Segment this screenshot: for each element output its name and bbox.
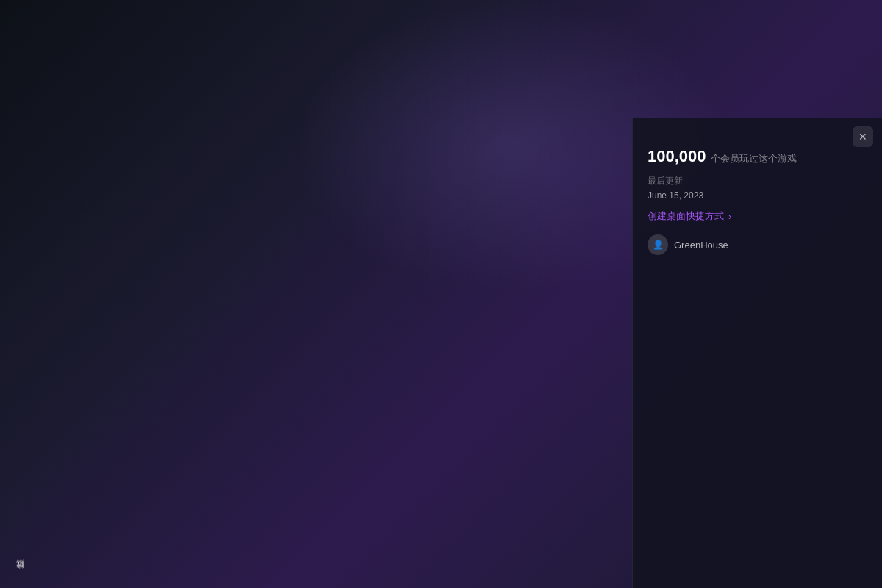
- last-update-label: 最后更新: [648, 175, 867, 187]
- author-icon: 👤: [653, 240, 664, 250]
- last-update-date: June 15, 2023: [648, 190, 867, 201]
- panel-stat: 100,000 个会员玩过这个游戏: [648, 147, 867, 166]
- stat-suffix: 个会员玩过这个游戏: [711, 152, 797, 165]
- create-shortcut-label: 创建桌面快捷方式: [648, 209, 724, 223]
- stat-count: 100,000: [648, 147, 706, 166]
- close-panel-button[interactable]: ✕: [853, 126, 873, 147]
- author-name: GreenHouse: [674, 240, 728, 251]
- sidebar-stats-label: 统计数据: [15, 573, 26, 576]
- chevron-right-icon: ›: [728, 211, 731, 222]
- right-info-panel: ✕ 100,000 个会员玩过这个游戏 最后更新 June 15, 2023 创…: [632, 118, 882, 588]
- author-section: 👤 GreenHouse: [648, 234, 867, 255]
- author-avatar: 👤: [648, 234, 668, 255]
- create-shortcut-link[interactable]: 创建桌面快捷方式 ›: [648, 209, 867, 223]
